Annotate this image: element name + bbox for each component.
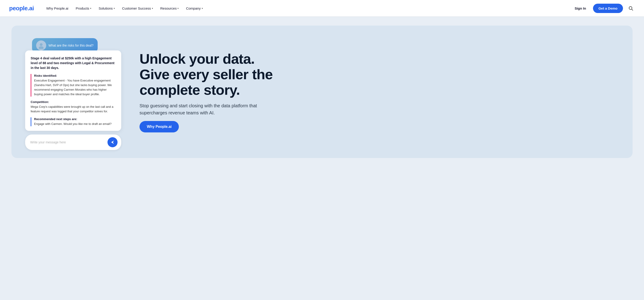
avatar (36, 40, 46, 50)
chevron-down-icon: ▾ (152, 7, 153, 9)
nav-item-customer-success[interactable]: Customer Success ▾ (119, 4, 156, 12)
nav-item-solutions[interactable]: Solutions ▾ (95, 4, 118, 12)
competition-section: Competition: Mega Corp's capabilities we… (31, 100, 116, 114)
chat-panel: What are the risks for this deal? Stage … (20, 33, 126, 150)
competition-title: Competition: (31, 100, 116, 104)
signin-button[interactable]: Sign In (572, 4, 589, 12)
hero-card: What are the risks for this deal? Stage … (12, 25, 632, 158)
svg-point-3 (39, 46, 44, 49)
hero-headline: Unlock your data. Give every seller the … (140, 51, 619, 98)
nav-item-why[interactable]: Why People.ai (43, 4, 72, 12)
nav-item-products[interactable]: Products ▾ (72, 4, 94, 12)
why-peopleai-button[interactable]: Why People.ai (140, 121, 179, 133)
hero-text: Unlock your data. Give every seller the … (140, 51, 619, 133)
svg-point-2 (40, 43, 42, 46)
competition-text: Mega Corp's capabilities were brought up… (31, 105, 116, 114)
hero-subheadline: Stop guessing and start closing with the… (140, 102, 258, 117)
recommended-section: Recommended next steps are: Engage with … (31, 117, 116, 126)
send-button[interactable] (108, 137, 118, 147)
navbar: people.ai Why People.ai Products ▾ Solut… (0, 0, 644, 16)
chevron-down-icon: ▾ (114, 7, 115, 9)
search-icon[interactable] (626, 4, 635, 12)
nav-item-company[interactable]: Company ▾ (183, 4, 206, 12)
deal-summary: Stage 4 deal valued at $250k with a high… (31, 56, 116, 70)
hero-section: What are the risks for this deal? Stage … (0, 16, 644, 169)
chevron-down-icon: ▾ (178, 7, 178, 9)
logo-text: people.ai (9, 5, 34, 12)
chevron-down-icon: ▾ (202, 7, 203, 9)
chat-input-row: Write your message here (25, 135, 121, 150)
get-demo-button[interactable]: Get a Demo (593, 4, 623, 13)
risks-text: Executive Engagement - You have Executiv… (34, 78, 116, 97)
recommended-title: Recommended next steps are: (34, 117, 116, 121)
risks-title: Risks identified: (34, 74, 116, 77)
nav-right: Sign In Get a Demo (572, 4, 635, 13)
chevron-down-icon: ▾ (90, 7, 91, 9)
nav-links: Why People.ai Products ▾ Solutions ▾ Cus… (43, 4, 571, 12)
recommended-text: Engage with Carmen. Would you like me to… (34, 122, 116, 126)
svg-line-1 (632, 9, 633, 10)
logo[interactable]: people.ai (9, 5, 34, 12)
chat-input-placeholder: Write your message here (30, 141, 105, 144)
chat-response-card: Stage 4 deal valued at $250k with a high… (25, 50, 121, 131)
nav-item-resources[interactable]: Resources ▾ (157, 4, 182, 12)
risks-section: Risks identified: Executive Engagement -… (31, 74, 116, 97)
